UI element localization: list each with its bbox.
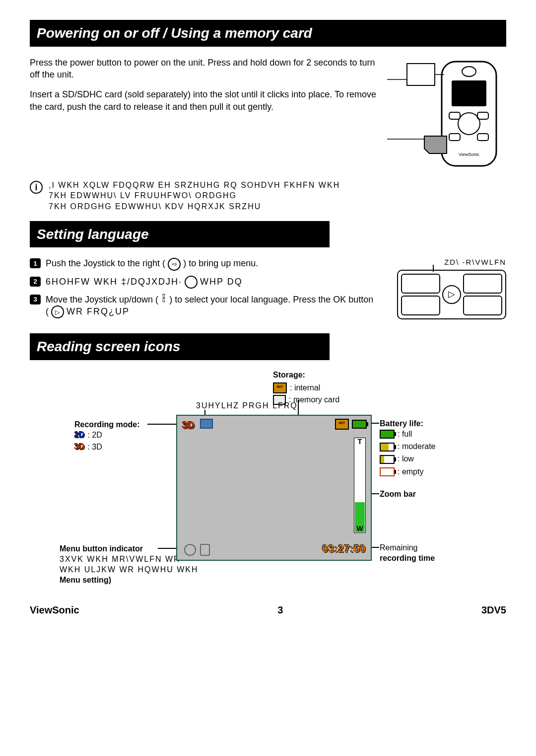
battery-label: Battery life: bbox=[380, 419, 423, 428]
batt-full-label: : full bbox=[398, 429, 412, 440]
battery-moderate-icon bbox=[380, 443, 395, 452]
battery-empty-icon bbox=[380, 467, 395, 476]
step-number-3: 3 bbox=[30, 295, 41, 304]
footer-page: 3 bbox=[277, 604, 283, 617]
menu-indicator-label: Menu button indicator bbox=[60, 544, 143, 553]
zoom-t-label: T bbox=[354, 437, 365, 447]
storage-internal-label: : internal bbox=[290, 383, 320, 393]
footer-brand: ViewSonic bbox=[30, 604, 79, 617]
step-2-text: 6HOHFW WKH ‡/DQJXDJH· WHP DQ bbox=[46, 276, 243, 289]
internal-storage-icon: INT bbox=[273, 382, 287, 393]
powering-note: ,I WKH XQLW FDQQRW EH SRZHUHG RQ SOHDVH … bbox=[49, 180, 340, 212]
remain-label-2: recording time bbox=[380, 554, 435, 562]
section-header-powering: Powering on or off / Using a memory card bbox=[30, 20, 506, 47]
step-number-2: 2 bbox=[30, 277, 41, 287]
joystick-caption: ZD\ -R\VWLFN bbox=[377, 257, 506, 267]
preview-mode-label: 3UHYLHZ PRGH LFRQ bbox=[196, 401, 298, 411]
rec-3d-label: : 3D bbox=[87, 442, 102, 453]
3d-icon: 3D bbox=[74, 442, 84, 453]
screen-battery-icon bbox=[352, 420, 367, 429]
menu-list-icon bbox=[200, 544, 210, 556]
screen-preview-icon bbox=[200, 419, 213, 429]
recording-time: 03:27:50 bbox=[322, 541, 366, 556]
svg-rect-9 bbox=[407, 64, 435, 85]
screen-storage-icon: INT bbox=[335, 419, 349, 430]
powering-text-2: Insert a SD/SDHC card (sold separately) … bbox=[30, 88, 377, 113]
batt-mod-label: : moderate bbox=[398, 442, 435, 452]
section-header-icons: Reading screen icons bbox=[30, 333, 330, 360]
step-3-text: Move the Joystick up/down ( ⇧⇩ ) to sele… bbox=[46, 294, 377, 319]
device-illustration: ViewSonic bbox=[387, 57, 506, 171]
battery-full-icon bbox=[380, 430, 395, 439]
info-icon: i bbox=[30, 181, 43, 194]
battery-low-icon bbox=[380, 455, 395, 464]
storage-title: Storage: bbox=[273, 371, 305, 379]
footer-model: 3DV5 bbox=[481, 604, 506, 617]
section-header-language: Setting language bbox=[30, 221, 330, 248]
keypad-illustration: ▷ bbox=[397, 270, 506, 319]
globe-icon bbox=[185, 276, 198, 289]
zoom-bar: T W bbox=[354, 438, 366, 533]
arrow-right-icon: ⇨ bbox=[168, 258, 181, 271]
step-number-1: 1 bbox=[30, 258, 41, 268]
powering-text-1: Press the power button to power on the u… bbox=[30, 57, 377, 81]
play-icon: ▷ bbox=[51, 305, 64, 318]
menu-joystick-icon bbox=[184, 544, 196, 556]
screen-icons-figure: Storage: INT : internal : memory card 3U… bbox=[30, 370, 506, 594]
svg-text:ViewSonic: ViewSonic bbox=[459, 152, 479, 157]
menu-setting-label: Menu setting) bbox=[60, 576, 111, 584]
step-1-text: Push the Joystick to the right ( ⇨ ) to … bbox=[46, 257, 258, 270]
remain-label-1: Remaining bbox=[380, 543, 417, 552]
rec-2d-label: : 2D bbox=[87, 430, 102, 441]
2d-icon: 2D bbox=[74, 430, 84, 441]
svg-rect-2 bbox=[452, 80, 486, 106]
batt-low-label: : low bbox=[398, 454, 414, 464]
menu-sub-1: 3XVK WKH MR\VWLFN WR bbox=[60, 555, 181, 563]
zoom-label: Zoom bar bbox=[380, 490, 416, 498]
preview-screen: 3D INT T W 03:27:50 bbox=[176, 415, 372, 561]
recording-mode-label: Recording mode: bbox=[74, 420, 140, 429]
menu-sub-2: WKH ULJKW WR HQWHU WKH bbox=[60, 565, 199, 574]
screen-3d-icon: 3D bbox=[182, 419, 195, 432]
zoom-w-label: W bbox=[354, 524, 365, 533]
updown-icon: ⇧⇩ bbox=[161, 294, 167, 302]
batt-empty-label: : empty bbox=[398, 467, 423, 477]
